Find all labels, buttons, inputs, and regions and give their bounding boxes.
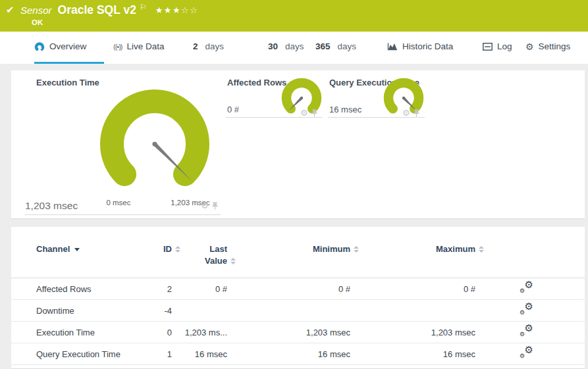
channel-name: Execution Time bbox=[36, 328, 151, 337]
channels-table: Channel ID Last Value Minimum bbox=[11, 227, 585, 365]
affected-rows-gauge-actions: ⚙ bbox=[300, 109, 317, 117]
channel-settings-icon[interactable]: ⚙ bbox=[300, 109, 308, 117]
tab-overview[interactable]: Overview bbox=[34, 41, 86, 51]
channel-name: Affected Rows bbox=[36, 284, 151, 294]
rating-stars[interactable]: ★★★☆☆ bbox=[155, 5, 199, 15]
channel-name: Downtime bbox=[36, 306, 151, 316]
tab-live-data[interactable]: ((•)) Live Data bbox=[113, 41, 165, 51]
sensor-heading: Sensor Oracle SQL v2 ⚐ ★★★☆☆ bbox=[20, 3, 198, 17]
check-icon: ✔ bbox=[6, 4, 14, 16]
affected-rows-gauge-value: 0 # bbox=[227, 105, 239, 114]
channel-maximum: 1,203 msec bbox=[359, 328, 484, 337]
column-header-channel[interactable]: Channel bbox=[36, 243, 151, 255]
flag-icon[interactable]: ⚐ bbox=[140, 3, 147, 12]
main-gauge-scale-min: 0 msec bbox=[97, 199, 140, 207]
tab-2-days[interactable]: 2 days bbox=[193, 41, 224, 51]
gauge-icon bbox=[34, 41, 45, 51]
main-gauge-actions: ⚙ bbox=[201, 201, 218, 210]
gauges-panel: Execution Time 0 msec 1,203 msec 1,203 m… bbox=[11, 70, 585, 219]
tab-log[interactable]: Log bbox=[483, 41, 512, 51]
channel-settings-gears-icon[interactable]: ⚙⚙ bbox=[520, 282, 533, 293]
main-gauge-value: 1,203 msec bbox=[25, 200, 78, 212]
table-row: Affected Rows 2 0 # 0 # 0 # ⚙⚙ bbox=[11, 278, 585, 300]
main-gauge-title: Execution Time bbox=[36, 78, 99, 87]
channel-last-value: 1,203 ms... bbox=[180, 328, 236, 337]
channel-id: -4 bbox=[151, 306, 180, 316]
table-row: Query Execution Time 1 16 msec 16 msec 1… bbox=[11, 343, 585, 365]
channels-table-panel: Channel ID Last Value Minimum bbox=[11, 227, 585, 369]
sort-icon bbox=[354, 246, 359, 253]
channel-settings-gears-icon[interactable]: ⚙⚙ bbox=[520, 347, 533, 358]
channel-minimum: 0 # bbox=[236, 284, 359, 294]
channel-last-value: 16 msec bbox=[180, 349, 236, 359]
channel-id: 0 bbox=[151, 328, 180, 337]
sort-icon bbox=[230, 258, 236, 264]
column-header-id[interactable]: ID bbox=[151, 243, 180, 255]
status-badge: OK bbox=[32, 18, 43, 26]
gear-icon: ⚙ bbox=[525, 42, 534, 51]
divider bbox=[226, 117, 323, 118]
channel-settings-gears-icon[interactable]: ⚙⚙ bbox=[520, 304, 533, 315]
sensor-title: Oracle SQL v2 bbox=[58, 3, 136, 17]
column-header-minimum[interactable]: Minimum bbox=[236, 243, 359, 255]
tab-bar: Overview ((•)) Live Data 2 days 30 days … bbox=[0, 32, 588, 64]
channel-name: Query Execution Time bbox=[36, 349, 151, 359]
channel-minimum: 16 msec bbox=[236, 349, 359, 359]
sensor-status-banner: ✔ Sensor Oracle SQL v2 ⚐ ★★★☆☆ OK bbox=[0, 0, 588, 32]
channel-id: 2 bbox=[151, 284, 180, 294]
channel-id: 1 bbox=[151, 349, 180, 359]
channel-last-value: 0 # bbox=[180, 284, 236, 294]
sort-icon bbox=[175, 246, 180, 253]
execution-time-gauge bbox=[95, 85, 214, 207]
table-row: Execution Time 0 1,203 ms... 1,203 msec … bbox=[11, 322, 585, 343]
chart-icon bbox=[387, 42, 398, 51]
channels-table-header: Channel ID Last Value Minimum bbox=[11, 227, 585, 278]
query-execution-time-gauge-value: 16 msec bbox=[329, 105, 361, 114]
tab-30-days[interactable]: 30 days bbox=[268, 41, 304, 51]
channel-settings-icon[interactable]: ⚙ bbox=[201, 201, 209, 210]
channel-table-body: Affected Rows 2 0 # 0 # 0 # ⚙⚙ Downtime … bbox=[11, 278, 585, 365]
channel-maximum: 16 msec bbox=[359, 349, 484, 359]
content-area: Execution Time 0 msec 1,203 msec 1,203 m… bbox=[0, 64, 588, 369]
channel-settings-icon[interactable]: ⚙ bbox=[402, 109, 410, 117]
log-icon bbox=[483, 43, 493, 51]
pin-icon[interactable] bbox=[414, 109, 419, 117]
broadcast-icon: ((•)) bbox=[113, 43, 122, 51]
tab-historic-data[interactable]: Historic Data bbox=[387, 41, 453, 51]
sensor-kind-label: Sensor bbox=[20, 5, 52, 16]
column-header-maximum[interactable]: Maximum bbox=[359, 243, 484, 255]
channel-settings-gears-icon[interactable]: ⚙⚙ bbox=[520, 326, 533, 337]
scroll-edge bbox=[585, 128, 588, 369]
sort-icon bbox=[479, 246, 484, 253]
channel-maximum: 0 # bbox=[359, 284, 484, 294]
chevron-down-icon bbox=[74, 248, 80, 251]
tab-365-days[interactable]: 365 days bbox=[315, 41, 356, 51]
pin-icon[interactable] bbox=[311, 109, 317, 117]
tab-settings[interactable]: ⚙ Settings bbox=[525, 41, 570, 51]
divider bbox=[25, 214, 221, 215]
pin-icon[interactable] bbox=[212, 202, 218, 210]
channel-minimum: 1,203 msec bbox=[236, 328, 359, 337]
table-row: Downtime -4 ⚙⚙ bbox=[11, 300, 585, 322]
column-header-last-value[interactable]: Last Value bbox=[180, 243, 236, 267]
query-execution-time-gauge-actions: ⚙ bbox=[402, 109, 419, 117]
divider bbox=[328, 117, 425, 118]
